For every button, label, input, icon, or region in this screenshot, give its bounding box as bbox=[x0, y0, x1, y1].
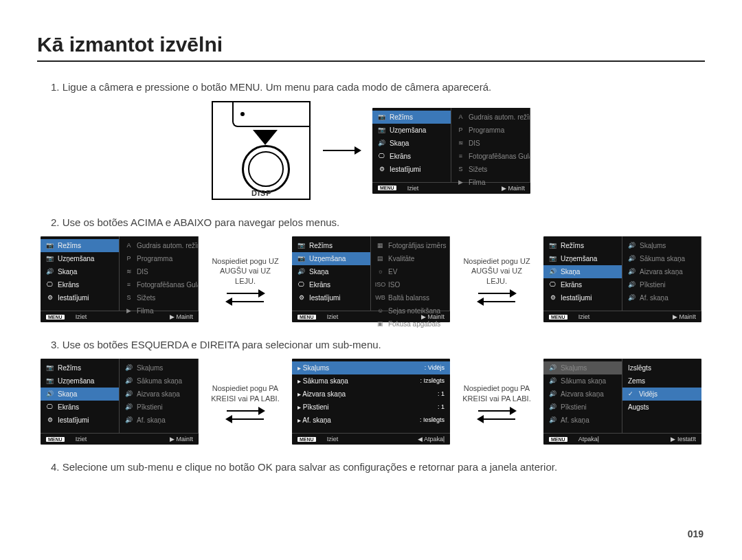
menu-label: Skaņa bbox=[58, 389, 77, 399]
menu-icon: 🖵 bbox=[297, 281, 305, 289]
menu-label: Pīkstieni bbox=[561, 402, 587, 412]
menu-icon: ≡ bbox=[125, 281, 133, 289]
menu-item: 📷Uzņemšana bbox=[41, 374, 119, 388]
menu-label: ▸ Af. skaņa bbox=[297, 415, 331, 425]
menu-item: 🔊Skaļums bbox=[622, 239, 701, 252]
menu-label: Filma bbox=[137, 306, 153, 316]
menu-icon: ▤ bbox=[376, 255, 384, 262]
menu-icon: WB bbox=[376, 294, 384, 302]
lcd-footer: MENUIziet◀ Atpakaļ bbox=[292, 433, 450, 445]
menu-item: Augsts bbox=[622, 401, 701, 414]
lcd-footer: MENUIziet▶ Mainīt bbox=[543, 311, 701, 322]
menu-item: ⚙Iestatījumi bbox=[292, 291, 370, 304]
menu-item: 📷Uzņemšana bbox=[372, 124, 451, 137]
menu-icon: 🖵 bbox=[46, 281, 54, 289]
menu-label: Uzņemšana bbox=[58, 254, 94, 264]
menu-label: Af. skaņa bbox=[561, 415, 589, 425]
arrow-right-icon bbox=[478, 410, 515, 412]
menu-item: 🔊Af. skaņa bbox=[120, 414, 198, 427]
menu-item: 🔊Aizvara skaņa bbox=[543, 388, 622, 401]
menu-icon: 📷 bbox=[549, 255, 556, 262]
caption-updown-1: Nospiediet pogu UZ AUGŠU vai UZ LEJU. bbox=[211, 256, 280, 286]
page-title: Kā izmantot izvēlni bbox=[37, 33, 705, 62]
menu-label: Fotografēšanas Gulām bbox=[137, 280, 198, 290]
menu-icon: 🔊 bbox=[125, 364, 133, 372]
menu-label: Af. skaņa bbox=[640, 293, 668, 303]
menu-label: Uzņemšana bbox=[390, 125, 426, 135]
lcd-step3-c: 🔊Skaļums🔊Sākuma skaņa🔊Aizvara skaņa🔊Pīks… bbox=[543, 359, 701, 445]
menu-item: 🔊Skaņa bbox=[41, 388, 119, 401]
menu-item: ▸ Af. skaņa: Ieslēgts bbox=[292, 414, 450, 427]
menu-key-icon: MENU bbox=[297, 437, 316, 442]
menu-item: ▸ Pīkstieni: 1 bbox=[292, 401, 450, 414]
menu-item: PProgramma bbox=[120, 252, 198, 265]
menu-icon: ⚙ bbox=[46, 294, 54, 302]
menu-icon: S bbox=[125, 294, 133, 302]
menu-label: Fotografēšanas Gulām bbox=[469, 151, 530, 161]
menu-item: Izslēgts bbox=[622, 361, 701, 374]
menu-item: 🔊Sākuma skaņa bbox=[543, 374, 622, 388]
menu-icon: 📷 bbox=[46, 364, 54, 372]
menu-icon: 📷 bbox=[378, 113, 385, 121]
menu-key-icon: MENU bbox=[46, 437, 65, 442]
menu-label: EV bbox=[388, 267, 397, 277]
footer-right-label: ▶ Mainīt bbox=[170, 313, 193, 320]
arrow-right-icon bbox=[323, 150, 360, 151]
footer-left-label: Iziet bbox=[327, 313, 339, 320]
menu-item: 🔊Aizvara skaņa bbox=[120, 388, 198, 401]
menu-value: : Vidējs bbox=[425, 363, 445, 373]
menu-label: Režīms bbox=[58, 240, 81, 251]
menu-label: Fotogrāfijas izmērs bbox=[388, 240, 446, 251]
menu-label: Skaļums bbox=[137, 363, 163, 373]
menu-icon: 🔊 bbox=[46, 268, 54, 276]
menu-label: ▸ Sākuma skaņa bbox=[297, 376, 348, 386]
menu-label: Augsts bbox=[628, 402, 649, 412]
step-3: 3. Use os botões ESQUERDA e DIREITA para… bbox=[51, 339, 705, 350]
menu-item: ≡Fotografēšanas Gulām bbox=[451, 150, 530, 163]
menu-key-icon: MENU bbox=[46, 315, 65, 320]
menu-item: WBBaltā balanss bbox=[371, 291, 449, 304]
footer-right-label: ▶ Iestatīt bbox=[671, 436, 696, 443]
caption-leftright-1: Nospiediet pogu PA KREISI vai PA LABI. bbox=[211, 383, 280, 403]
menu-icon: P bbox=[125, 255, 133, 262]
menu-icon: 🔊 bbox=[628, 242, 636, 249]
down-arrow-icon bbox=[253, 130, 278, 145]
menu-item: 🖵Ekrāns bbox=[292, 278, 370, 291]
lcd-step2-a: 📷Režīms📷Uzņemšana🔊Skaņa🖵Ekrāns⚙Iestatīju… bbox=[41, 236, 199, 322]
menu-item: 🔊Pīkstieni bbox=[622, 278, 701, 291]
menu-item: ☼EV bbox=[371, 265, 449, 278]
lcd-step2-c: 📷Režīms📷Uzņemšana🔊Skaņa🖵Ekrāns⚙Iestatīju… bbox=[543, 236, 701, 322]
menu-label: Iestatījumi bbox=[58, 415, 89, 425]
menu-label: Ekrāns bbox=[58, 280, 79, 290]
menu-icon: ▦ bbox=[376, 242, 384, 249]
menu-label: Skaņa bbox=[561, 267, 580, 277]
menu-icon: S bbox=[457, 166, 464, 173]
footer-right-label: ▶ Mainīt bbox=[502, 185, 525, 192]
menu-icon: ≡ bbox=[457, 153, 464, 160]
menu-icon: 🔊 bbox=[125, 390, 133, 398]
menu-icon: 📷 bbox=[378, 126, 385, 134]
menu-label: Zems bbox=[628, 376, 645, 386]
menu-icon: 🔊 bbox=[628, 268, 636, 276]
menu-label: Programma bbox=[137, 254, 172, 264]
menu-icon: ⚙ bbox=[297, 294, 305, 302]
menu-item: 🔊Pīkstieni bbox=[543, 401, 622, 414]
menu-key-icon: MENU bbox=[378, 186, 396, 190]
menu-value: : Ieslēgts bbox=[420, 415, 445, 425]
menu-icon: 🔊 bbox=[378, 139, 385, 147]
menu-value: : Izslēgts bbox=[420, 376, 445, 386]
menu-icon: 📷 bbox=[46, 255, 54, 262]
menu-item: 🔊Skaņa bbox=[543, 265, 622, 278]
menu-item: ▸ Sākuma skaņa: Izslēgts bbox=[292, 374, 450, 388]
menu-label: Iestatījumi bbox=[390, 164, 421, 175]
menu-icon: 🖵 bbox=[549, 281, 556, 289]
footer-left-label: Iziet bbox=[76, 436, 87, 443]
menu-label: Vidējs bbox=[639, 389, 657, 399]
menu-icon: 🔊 bbox=[549, 403, 556, 411]
menu-item: ≋DIS bbox=[451, 137, 530, 150]
lcd-step3-a: 📷Režīms📷Uzņemšana🔊Skaņa🖵Ekrāns⚙Iestatīju… bbox=[41, 359, 199, 445]
menu-label: Sākuma skaņa bbox=[561, 376, 606, 386]
menu-icon: ISO bbox=[376, 281, 384, 289]
menu-label: Iestatījumi bbox=[561, 293, 592, 303]
menu-label: Režīms bbox=[58, 363, 81, 373]
